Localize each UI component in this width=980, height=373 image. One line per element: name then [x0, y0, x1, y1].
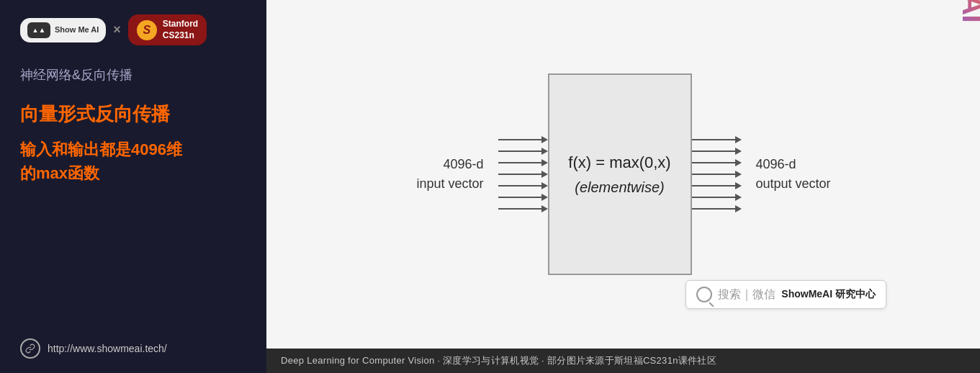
search-bar[interactable]: 搜索｜微信 ShowMeAI 研究中心	[685, 280, 886, 309]
showme-icon: ▲	[27, 22, 50, 38]
showme-badge: ▲ Show Me AI	[20, 18, 106, 42]
main-heading: 向量形式反向传播	[20, 101, 246, 127]
description: 输入和输出都是4096维 的max函数	[20, 138, 246, 185]
nn-diagram: 4096-d input vector	[310, 73, 937, 275]
r-arrow-6	[692, 194, 742, 201]
r-arrow-3	[692, 159, 742, 166]
input-label-line1: 4096-d	[412, 155, 484, 174]
search-divider: 搜索｜微信	[718, 287, 776, 302]
left-panel: ▲ Show Me AI × S Stanford CS231n 神经网络&反向…	[0, 0, 266, 373]
arrow-7	[498, 205, 548, 212]
search-brand: ShowMeAI 研究中心	[781, 288, 876, 301]
arrow-3	[498, 159, 548, 166]
arrow-5	[498, 182, 548, 189]
arrow-4	[498, 171, 548, 178]
r-arrow-5	[692, 182, 742, 189]
footer-link[interactable]: http://www.showmeai.tech/	[20, 338, 246, 359]
arrow-1	[498, 136, 548, 143]
logo-area: ▲ Show Me AI × S Stanford CS231n	[20, 14, 246, 45]
r-arrow-4	[692, 171, 742, 178]
input-label: 4096-d input vector	[412, 155, 484, 194]
output-label-line2: output vector	[756, 174, 835, 194]
right-arrows	[692, 136, 742, 212]
stanford-s: S	[137, 20, 157, 40]
relu-elementwise: (elementwise)	[575, 179, 664, 196]
arrow-2	[498, 148, 548, 155]
output-label-line1: 4096-d	[756, 155, 835, 174]
link-icon	[20, 338, 40, 359]
r-arrow-1	[692, 136, 742, 143]
relu-box: f(x) = max(0,x) (elementwise)	[548, 73, 692, 275]
r-arrow-7	[692, 205, 742, 212]
caption-text: Deep Learning for Computer Vision · 深度学习…	[281, 354, 716, 367]
stanford-badge: S Stanford CS231n	[128, 14, 207, 45]
subtitle: 神经网络&反向传播	[20, 66, 246, 85]
r-arrow-2	[692, 148, 742, 155]
cross-symbol: ×	[113, 22, 121, 37]
diagram-area: 4096-d input vector	[266, 0, 980, 349]
bottom-caption: Deep Learning for Computer Vision · 深度学习…	[266, 349, 980, 373]
search-icon	[696, 287, 712, 302]
left-arrows	[498, 136, 548, 212]
right-panel: ShowMeAI 4096-d input vector	[266, 0, 980, 373]
footer-url: http://www.showmeai.tech/	[48, 343, 167, 354]
relu-formula: f(x) = max(0,x)	[568, 153, 670, 172]
input-label-line2: input vector	[412, 174, 484, 194]
stanford-text: Stanford CS231n	[163, 19, 198, 41]
arrow-6	[498, 194, 548, 201]
showme-text: Show Me AI	[55, 25, 99, 35]
output-label: 4096-d output vector	[756, 155, 835, 194]
